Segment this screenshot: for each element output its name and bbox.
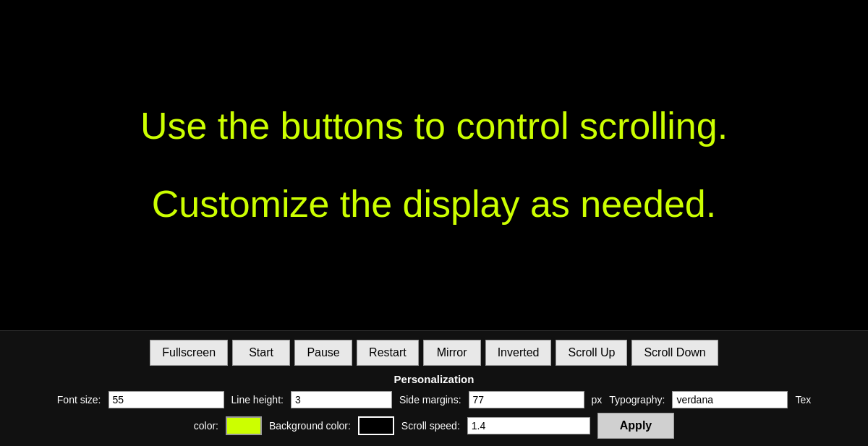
font-size-label: Font size: xyxy=(57,394,101,406)
px-label: px xyxy=(592,394,603,406)
scroll-speed-label: Scroll speed: xyxy=(401,420,460,432)
button-row: Fullscreen Start Pause Restart Mirror In… xyxy=(7,340,861,366)
headline-line1: Use the buttons to control scrolling. xyxy=(140,102,728,151)
scroll-down-button[interactable]: Scroll Down xyxy=(631,340,718,366)
font-size-input[interactable] xyxy=(109,391,224,408)
line-height-input[interactable] xyxy=(291,391,392,408)
typography-input[interactable] xyxy=(672,391,788,408)
restart-button[interactable]: Restart xyxy=(357,340,419,366)
personalization-title: Personalization xyxy=(394,373,475,385)
settings-row-1: Font size: Line height: Side margins: px… xyxy=(7,391,861,408)
controls-panel: Fullscreen Start Pause Restart Mirror In… xyxy=(0,330,868,446)
apply-button[interactable]: Apply xyxy=(597,413,674,439)
line-height-label: Line height: xyxy=(231,394,284,406)
fullscreen-button[interactable]: Fullscreen xyxy=(150,340,228,366)
headline-line2: Customize the display as needed. xyxy=(152,180,716,229)
pause-button[interactable]: Pause xyxy=(294,340,352,366)
scroll-up-button[interactable]: Scroll Up xyxy=(556,340,627,366)
color-label: color: xyxy=(194,420,218,432)
text-color-swatch[interactable] xyxy=(226,416,262,435)
bg-color-swatch[interactable] xyxy=(358,416,394,435)
inverted-button[interactable]: Inverted xyxy=(485,340,552,366)
side-margins-input[interactable] xyxy=(469,391,584,408)
start-button[interactable]: Start xyxy=(232,340,290,366)
tex-label: Tex xyxy=(795,394,811,406)
side-margins-label: Side margins: xyxy=(399,394,461,406)
settings-row-2: color: Background color: Scroll speed: A… xyxy=(7,413,861,439)
personalization-section: Personalization Font size: Line height: … xyxy=(7,373,861,439)
typography-label: Typography: xyxy=(609,394,665,406)
mirror-button[interactable]: Mirror xyxy=(423,340,481,366)
bg-color-label: Background color: xyxy=(269,420,351,432)
scroll-speed-input[interactable] xyxy=(467,417,590,434)
display-area: Use the buttons to control scrolling. Cu… xyxy=(0,0,868,330)
